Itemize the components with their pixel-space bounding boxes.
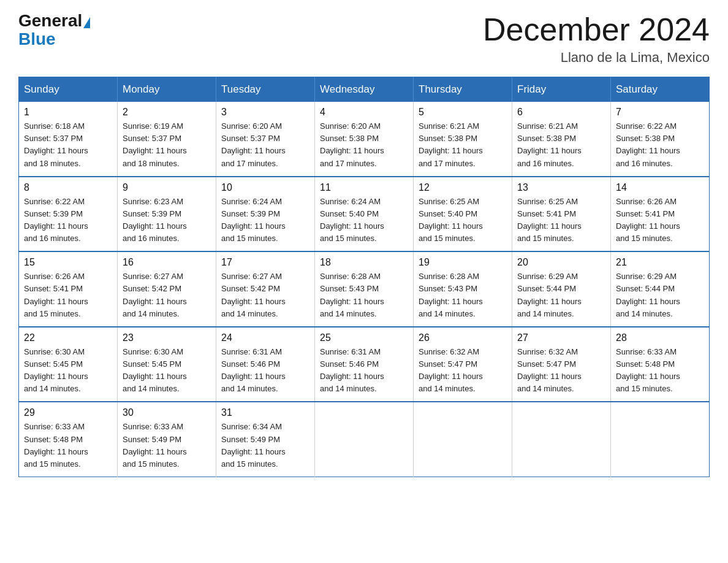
day-info: Sunrise: 6:34 AMSunset: 5:49 PMDaylight:… (221, 421, 309, 470)
day-info: Sunrise: 6:30 AMSunset: 5:45 PMDaylight:… (123, 346, 211, 396)
day-number: 4 (320, 107, 408, 118)
table-row: 3Sunrise: 6:20 AMSunset: 5:37 PMDaylight… (216, 102, 315, 177)
col-saturday: Saturday (611, 77, 710, 102)
title-block: December 2024 Llano de la Lima, Mexico (483, 12, 710, 66)
day-info: Sunrise: 6:33 AMSunset: 5:48 PMDaylight:… (616, 346, 704, 396)
day-info: Sunrise: 6:20 AMSunset: 5:37 PMDaylight:… (221, 120, 309, 170)
table-row: 24Sunrise: 6:31 AMSunset: 5:46 PMDayligh… (216, 327, 315, 402)
calendar-week-row: 15Sunrise: 6:26 AMSunset: 5:41 PMDayligh… (19, 251, 710, 327)
page-header: General Blue December 2024 Llano de la L… (18, 12, 710, 66)
day-info: Sunrise: 6:22 AMSunset: 5:38 PMDaylight:… (616, 120, 704, 170)
logo-blue-text: Blue (18, 29, 56, 49)
day-info: Sunrise: 6:26 AMSunset: 5:41 PMDaylight:… (24, 270, 112, 320)
table-row: 20Sunrise: 6:29 AMSunset: 5:44 PMDayligh… (512, 251, 611, 327)
day-info: Sunrise: 6:31 AMSunset: 5:46 PMDaylight:… (221, 346, 309, 396)
day-info: Sunrise: 6:29 AMSunset: 5:44 PMDaylight:… (616, 270, 704, 320)
day-info: Sunrise: 6:24 AMSunset: 5:39 PMDaylight:… (221, 196, 309, 245)
day-number: 24 (221, 332, 309, 343)
day-info: Sunrise: 6:28 AMSunset: 5:43 PMDaylight:… (320, 270, 408, 320)
calendar-week-row: 22Sunrise: 6:30 AMSunset: 5:45 PMDayligh… (19, 327, 710, 402)
table-row: 25Sunrise: 6:31 AMSunset: 5:46 PMDayligh… (315, 327, 414, 402)
day-number: 29 (24, 407, 112, 418)
day-info: Sunrise: 6:21 AMSunset: 5:38 PMDaylight:… (517, 120, 605, 170)
day-info: Sunrise: 6:24 AMSunset: 5:40 PMDaylight:… (320, 196, 408, 245)
table-row: 17Sunrise: 6:27 AMSunset: 5:42 PMDayligh… (216, 251, 315, 327)
day-info: Sunrise: 6:30 AMSunset: 5:45 PMDaylight:… (24, 346, 112, 396)
day-number: 18 (320, 257, 408, 268)
table-row: 31Sunrise: 6:34 AMSunset: 5:49 PMDayligh… (216, 402, 315, 477)
day-info: Sunrise: 6:19 AMSunset: 5:37 PMDaylight:… (123, 120, 211, 170)
table-row: 22Sunrise: 6:30 AMSunset: 5:45 PMDayligh… (19, 327, 118, 402)
day-info: Sunrise: 6:32 AMSunset: 5:47 PMDaylight:… (419, 346, 507, 396)
day-info: Sunrise: 6:23 AMSunset: 5:39 PMDaylight:… (123, 196, 211, 245)
col-monday: Monday (118, 77, 216, 102)
logo-general-text: General (18, 12, 82, 29)
day-number: 12 (419, 182, 507, 193)
calendar-week-row: 8Sunrise: 6:22 AMSunset: 5:39 PMDaylight… (19, 177, 710, 252)
day-number: 2 (123, 107, 211, 118)
table-row: 15Sunrise: 6:26 AMSunset: 5:41 PMDayligh… (19, 251, 118, 327)
day-number: 14 (616, 182, 704, 193)
day-info: Sunrise: 6:20 AMSunset: 5:38 PMDaylight:… (320, 120, 408, 170)
table-row: 13Sunrise: 6:25 AMSunset: 5:41 PMDayligh… (512, 177, 611, 252)
table-row: 28Sunrise: 6:33 AMSunset: 5:48 PMDayligh… (611, 327, 710, 402)
day-number: 5 (419, 107, 507, 118)
table-row: 1Sunrise: 6:18 AMSunset: 5:37 PMDaylight… (19, 102, 118, 177)
day-number: 7 (616, 107, 704, 118)
table-row: 21Sunrise: 6:29 AMSunset: 5:44 PMDayligh… (611, 251, 710, 327)
table-row: 9Sunrise: 6:23 AMSunset: 5:39 PMDaylight… (118, 177, 216, 252)
day-number: 31 (221, 407, 309, 418)
table-row (315, 402, 414, 477)
day-info: Sunrise: 6:29 AMSunset: 5:44 PMDaylight:… (517, 270, 605, 320)
table-row: 8Sunrise: 6:22 AMSunset: 5:39 PMDaylight… (19, 177, 118, 252)
day-number: 13 (517, 182, 605, 193)
day-number: 22 (24, 332, 112, 343)
col-friday: Friday (512, 77, 611, 102)
day-number: 16 (123, 257, 211, 268)
day-info: Sunrise: 6:31 AMSunset: 5:46 PMDaylight:… (320, 346, 408, 396)
logo: General Blue (18, 12, 90, 49)
day-number: 21 (616, 257, 704, 268)
day-number: 28 (616, 332, 704, 343)
table-row: 16Sunrise: 6:27 AMSunset: 5:42 PMDayligh… (118, 251, 216, 327)
table-row: 2Sunrise: 6:19 AMSunset: 5:37 PMDaylight… (118, 102, 216, 177)
calendar-week-row: 29Sunrise: 6:33 AMSunset: 5:48 PMDayligh… (19, 402, 710, 477)
day-number: 1 (24, 107, 112, 118)
logo-triangle-icon (83, 17, 90, 28)
day-number: 6 (517, 107, 605, 118)
day-number: 11 (320, 182, 408, 193)
day-info: Sunrise: 6:27 AMSunset: 5:42 PMDaylight:… (221, 270, 309, 320)
month-title: December 2024 (483, 12, 710, 47)
day-number: 9 (123, 182, 211, 193)
day-number: 15 (24, 257, 112, 268)
table-row (611, 402, 710, 477)
col-thursday: Thursday (414, 77, 512, 102)
day-info: Sunrise: 6:26 AMSunset: 5:41 PMDaylight:… (616, 196, 704, 245)
calendar-week-row: 1Sunrise: 6:18 AMSunset: 5:37 PMDaylight… (19, 102, 710, 177)
day-number: 27 (517, 332, 605, 343)
day-info: Sunrise: 6:33 AMSunset: 5:49 PMDaylight:… (123, 421, 211, 470)
table-row: 6Sunrise: 6:21 AMSunset: 5:38 PMDaylight… (512, 102, 611, 177)
table-row: 23Sunrise: 6:30 AMSunset: 5:45 PMDayligh… (118, 327, 216, 402)
table-row (512, 402, 611, 477)
day-number: 10 (221, 182, 309, 193)
location-subtitle: Llano de la Lima, Mexico (483, 50, 710, 66)
table-row: 18Sunrise: 6:28 AMSunset: 5:43 PMDayligh… (315, 251, 414, 327)
day-number: 3 (221, 107, 309, 118)
day-number: 17 (221, 257, 309, 268)
col-tuesday: Tuesday (216, 77, 315, 102)
calendar-header-row: Sunday Monday Tuesday Wednesday Thursday… (19, 77, 710, 102)
day-number: 26 (419, 332, 507, 343)
col-sunday: Sunday (19, 77, 118, 102)
day-number: 20 (517, 257, 605, 268)
table-row: 10Sunrise: 6:24 AMSunset: 5:39 PMDayligh… (216, 177, 315, 252)
table-row: 29Sunrise: 6:33 AMSunset: 5:48 PMDayligh… (19, 402, 118, 477)
table-row: 7Sunrise: 6:22 AMSunset: 5:38 PMDaylight… (611, 102, 710, 177)
day-number: 25 (320, 332, 408, 343)
day-number: 8 (24, 182, 112, 193)
day-info: Sunrise: 6:25 AMSunset: 5:41 PMDaylight:… (517, 196, 605, 245)
day-info: Sunrise: 6:32 AMSunset: 5:47 PMDaylight:… (517, 346, 605, 396)
table-row: 30Sunrise: 6:33 AMSunset: 5:49 PMDayligh… (118, 402, 216, 477)
day-number: 30 (123, 407, 211, 418)
table-row: 12Sunrise: 6:25 AMSunset: 5:40 PMDayligh… (414, 177, 512, 252)
